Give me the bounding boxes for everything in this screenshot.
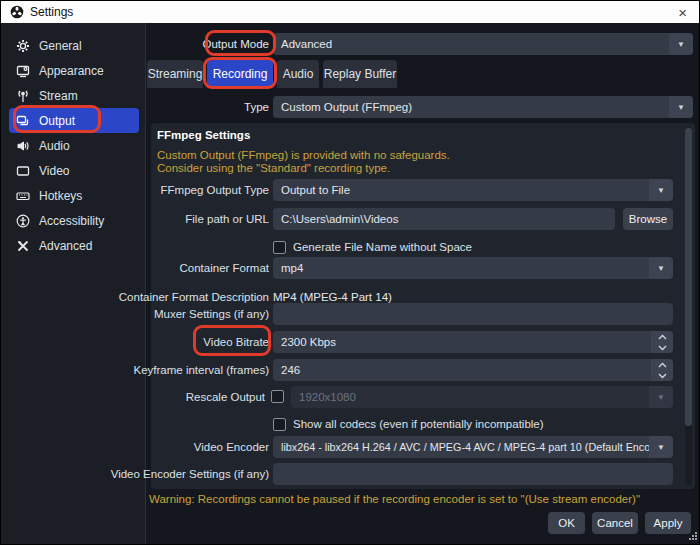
output-mode-value: Advanced <box>273 38 669 50</box>
sidebar-item-label: Appearance <box>39 64 104 78</box>
file-path-label: File path or URL <box>185 208 269 230</box>
accessibility-icon <box>15 213 30 228</box>
output-icon <box>15 113 30 128</box>
sidebar-item-hotkeys[interactable]: Hotkeys <box>9 183 139 208</box>
monitor-icon <box>15 163 30 178</box>
ffmpeg-output-type-select[interactable]: Output to File ▼ <box>273 179 673 201</box>
muxer-settings-input[interactable] <box>273 303 673 325</box>
chevron-down-icon: ▼ <box>669 96 693 118</box>
group-heading: FFmpeg Settings <box>157 129 250 141</box>
tab-replay-buffer[interactable]: Replay Buffer <box>323 60 397 88</box>
recording-type-value: Custom Output (FFmpeg) <box>273 101 669 113</box>
show-codecs-label: Show all codecs (even if potentially inc… <box>293 418 544 430</box>
panel-scrollbar[interactable] <box>685 127 692 485</box>
sidebar-item-label: Stream <box>39 89 78 103</box>
output-mode-label: Output Mode <box>151 33 269 55</box>
ffmpeg-output-type-label: FFmpeg Output Type <box>161 179 269 201</box>
sidebar-item-stream[interactable]: Stream <box>9 83 139 108</box>
apply-button[interactable]: Apply <box>645 512 691 534</box>
sidebar-item-appearance[interactable]: Appearance <box>9 58 139 83</box>
keyboard-icon <box>15 188 30 203</box>
sidebar-item-label: Output <box>39 114 75 128</box>
speaker-icon <box>15 138 30 153</box>
safeguard-notice-line1: Custom Output (FFmpeg) is provided with … <box>157 149 450 161</box>
rescale-output-label: Rescale Output <box>186 386 265 408</box>
rescale-output-checkbox[interactable] <box>271 390 284 403</box>
video-encoder-label: Video Encoder <box>194 436 269 458</box>
container-format-label: Container Format <box>180 257 269 279</box>
encoder-settings-label: Video Encoder Settings (if any) <box>111 463 269 485</box>
browse-button[interactable]: Browse <box>623 208 673 230</box>
sidebar-item-general[interactable]: General <box>9 33 139 58</box>
show-codecs-checkbox[interactable] <box>273 418 286 431</box>
muxer-settings-label: Muxer Settings (if any) <box>154 303 269 325</box>
ok-button[interactable]: OK <box>548 512 585 534</box>
encoder-settings-input[interactable] <box>273 463 673 485</box>
sidebar-item-audio[interactable]: Audio <box>9 133 139 158</box>
chevron-down-icon: ▼ <box>669 33 693 55</box>
close-icon[interactable]: × <box>674 5 691 20</box>
sidebar-item-advanced[interactable]: Advanced <box>9 233 139 258</box>
sidebar-item-label: Accessibility <box>39 214 104 228</box>
chevron-down-icon: ▼ <box>649 436 673 458</box>
video-bitrate-label: Video Bitrate <box>203 331 269 353</box>
chevron-down-icon: ▼ <box>649 179 673 201</box>
show-codecs-row: Show all codecs (even if potentially inc… <box>273 416 544 432</box>
sidebar-item-label: Video <box>39 164 69 178</box>
scrollbar-thumb[interactable] <box>685 128 692 426</box>
type-label: Type <box>151 96 269 118</box>
window-title: Settings <box>30 5 73 19</box>
generate-filename-label: Generate File Name without Space <box>293 241 472 253</box>
generate-filename-checkbox[interactable] <box>273 241 286 254</box>
appearance-icon <box>15 63 30 78</box>
ffmpeg-settings-group: FFmpeg Settings Custom Output (FFmpeg) i… <box>151 123 695 489</box>
container-format-select[interactable]: mp4 ▼ <box>273 257 673 279</box>
sidebar-item-video[interactable]: Video <box>9 158 139 183</box>
tools-icon <box>15 238 30 253</box>
sidebar-item-label: Hotkeys <box>39 189 82 203</box>
spin-down-icon[interactable] <box>651 342 673 353</box>
spin-down-icon[interactable] <box>651 370 673 381</box>
sidebar-item-accessibility[interactable]: Accessibility <box>9 208 139 233</box>
chevron-down-icon: ▼ <box>649 386 673 408</box>
obs-logo-icon <box>9 5 24 20</box>
chevron-down-icon: ▼ <box>649 257 673 279</box>
resize-grip-icon[interactable] <box>688 530 697 542</box>
tab-recording[interactable]: Recording <box>207 60 273 88</box>
video-bitrate-spinner[interactable]: 2300 Kbps <box>273 331 673 353</box>
pause-warning-text: Warning: Recordings cannot be paused if … <box>149 493 640 505</box>
titlebar: Settings × <box>1 1 699 23</box>
gear-icon <box>15 38 30 53</box>
stream-antenna-icon <box>15 88 30 103</box>
generate-filename-row: Generate File Name without Space <box>273 239 472 255</box>
keyframe-interval-label: Keyframe interval (frames) <box>134 359 269 381</box>
cancel-button[interactable]: Cancel <box>592 512 638 534</box>
sidebar-item-label: Audio <box>39 139 70 153</box>
sidebar-item-label: Advanced <box>39 239 92 253</box>
file-path-input[interactable] <box>273 208 615 230</box>
spin-up-icon[interactable] <box>651 359 673 370</box>
sidebar-item-output[interactable]: Output <box>9 108 139 133</box>
recording-type-select[interactable]: Custom Output (FFmpeg) ▼ <box>273 96 693 118</box>
keyframe-interval-spinner[interactable]: 246 <box>273 359 673 381</box>
settings-window: Settings × General Appearance <box>0 0 700 545</box>
tab-audio[interactable]: Audio <box>277 60 319 88</box>
spin-up-icon[interactable] <box>651 331 673 342</box>
tab-streaming[interactable]: Streaming <box>147 60 203 88</box>
video-encoder-select[interactable]: libx264 - libx264 H.264 / AVC / MPEG-4 A… <box>273 436 673 458</box>
output-mode-select[interactable]: Advanced ▼ <box>273 33 693 55</box>
rescale-resolution-select[interactable]: 1920x1080 ▼ <box>291 386 673 408</box>
sidebar-item-label: General <box>39 39 82 53</box>
safeguard-notice-line2: Consider using the "Standard" recording … <box>157 162 390 174</box>
